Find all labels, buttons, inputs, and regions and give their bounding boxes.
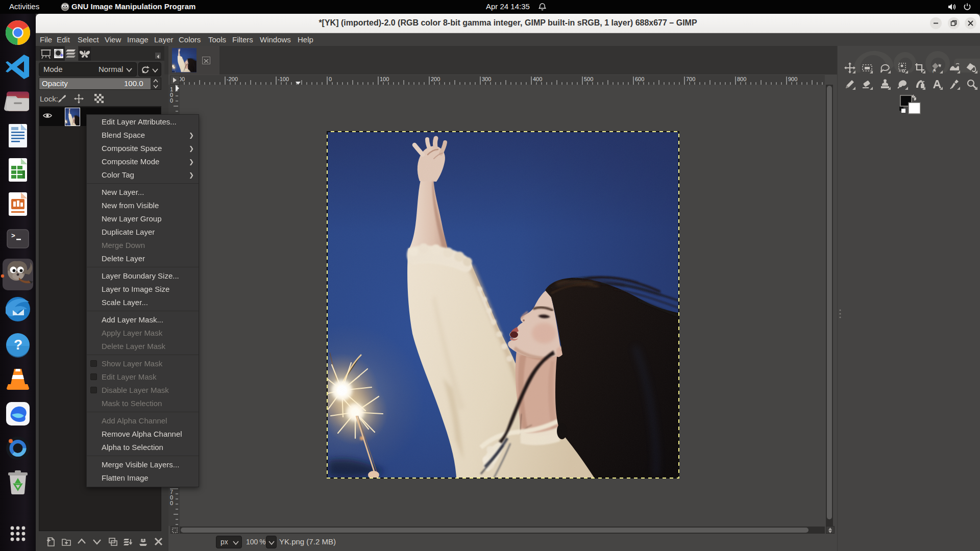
svg-text:0: 0 (170, 500, 173, 506)
svg-text:0: 0 (170, 97, 173, 104)
svg-text:>: > (11, 232, 15, 240)
svg-text:700: 700 (686, 76, 695, 82)
svg-text:500: 500 (584, 76, 593, 82)
svg-text:100: 100 (380, 76, 389, 82)
svg-text:400: 400 (533, 76, 542, 82)
svg-text:-200: -200 (227, 76, 238, 82)
svg-text:900: 900 (788, 76, 797, 82)
svg-text:t: t (933, 70, 934, 73)
svg-text:600: 600 (635, 76, 644, 82)
svg-text:800: 800 (737, 76, 746, 82)
svg-text:300: 300 (482, 76, 491, 82)
svg-text:200: 200 (431, 76, 440, 82)
svg-text:?: ? (14, 337, 22, 353)
svg-text:-100: -100 (278, 76, 289, 82)
svg-text:0: 0 (329, 76, 332, 82)
